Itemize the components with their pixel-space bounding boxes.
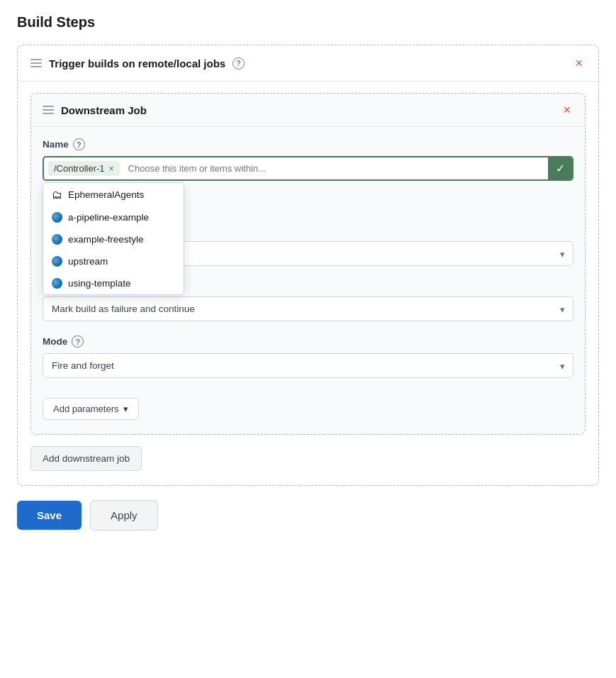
tag-close-icon[interactable]: × (109, 164, 114, 174)
folder-icon: 🗂 (52, 189, 62, 201)
globe-icon-2 (52, 234, 62, 245)
add-downstream-job-button[interactable]: Add downstream job (30, 446, 142, 471)
globe-icon-1 (52, 212, 62, 223)
inner-header-left: Downstream Job (43, 104, 147, 116)
dropdown-item-ephemeral[interactable]: 🗂 EphemeralAgents (43, 183, 184, 206)
downstream-close-button[interactable]: × (560, 102, 573, 118)
name-check-button[interactable]: ✓ (548, 157, 572, 179)
chevron-down-icon: ▾ (123, 404, 128, 414)
inner-card-body: Name ? /Controller-1 × ✓ (31, 127, 585, 434)
mode-select[interactable]: Fire and forget Wait for completion Abor… (43, 353, 573, 378)
inner-drag-handle[interactable] (43, 106, 54, 114)
globe-icon-3 (52, 256, 62, 267)
outer-header-left: Trigger builds on remote/local jobs ? (30, 57, 245, 70)
inner-card-header: Downstream Job × (31, 94, 585, 127)
name-dropdown-menu: 🗂 EphemeralAgents a-pipeline-example exa… (43, 182, 184, 295)
name-help-icon[interactable]: ? (73, 138, 85, 150)
outer-card-body: Downstream Job × Name ? /Controller-1 × (18, 82, 598, 485)
add-params-button[interactable]: Add parameters ▾ (43, 398, 139, 420)
footer-actions: Save Apply (17, 486, 599, 538)
outer-close-button[interactable]: × (572, 55, 586, 71)
page-title: Build Steps (17, 14, 599, 30)
dropdown-item-freestyle[interactable]: example-freestyle (43, 228, 184, 250)
globe-icon-4 (52, 278, 62, 289)
outer-card-header: Trigger builds on remote/local jobs ? × (18, 45, 598, 82)
dropdown-item-upstream[interactable]: upstream (43, 250, 184, 272)
name-field-group: Name ? /Controller-1 × ✓ (43, 138, 573, 181)
trigger-builds-card: Trigger builds on remote/local jobs ? × … (17, 45, 599, 486)
name-text-input[interactable] (123, 158, 548, 179)
controller-tag: /Controller-1 × (48, 161, 120, 176)
mode-wrapper: Fire and forget Wait for completion Abor… (43, 353, 573, 378)
name-label: Name ? (43, 138, 573, 150)
outer-drag-handle[interactable] (30, 59, 42, 67)
on-job-missing-wrapper: Mark build as failure and continue Skip … (43, 296, 573, 321)
downstream-job-title: Downstream Job (61, 104, 147, 116)
outer-section-title: Trigger builds on remote/local jobs (49, 57, 225, 70)
on-job-missing-select[interactable]: Mark build as failure and continue Skip … (43, 296, 573, 321)
save-button[interactable]: Save (17, 501, 82, 530)
dropdown-item-pipeline[interactable]: a-pipeline-example (43, 206, 184, 228)
mode-help-icon[interactable]: ? (72, 335, 84, 348)
apply-button[interactable]: Apply (90, 500, 158, 530)
mode-label: Mode ? (43, 335, 573, 348)
mode-group: Mode ? Fire and forget Wait for completi… (43, 335, 573, 378)
outer-help-icon[interactable]: ? (233, 57, 245, 70)
name-input-row: /Controller-1 × ✓ (43, 156, 573, 181)
dropdown-item-template[interactable]: using-template (43, 272, 184, 294)
downstream-job-card: Downstream Job × Name ? /Controller-1 × (30, 93, 586, 435)
